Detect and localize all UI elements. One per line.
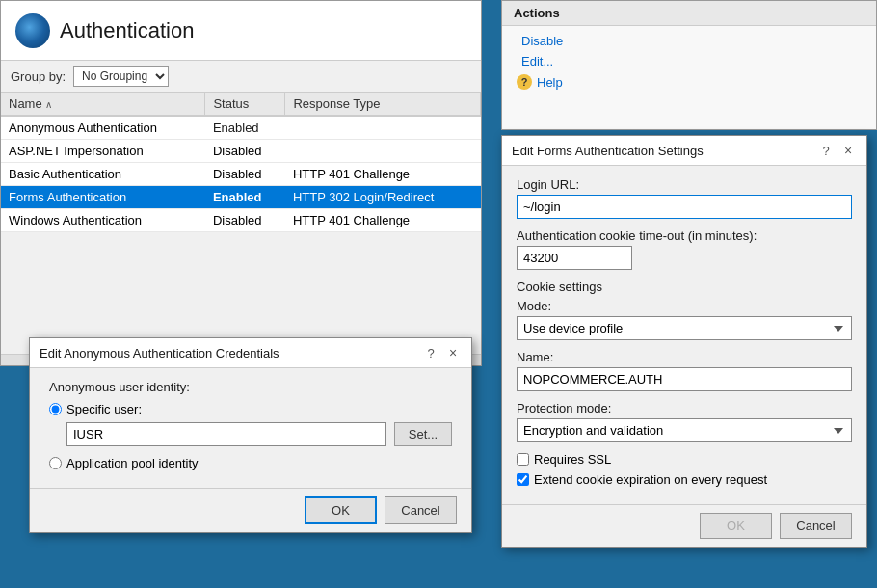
specific-user-radio[interactable] bbox=[49, 403, 62, 415]
row-name: Windows Authentication bbox=[1, 209, 205, 232]
user-input[interactable] bbox=[66, 422, 386, 446]
row-name: ASP.NET Impersonation bbox=[1, 140, 205, 163]
anon-dialog-footer: OK Cancel bbox=[30, 488, 471, 532]
row-name: Forms Authentication bbox=[1, 186, 205, 209]
edit-forms-ok-button[interactable]: OK bbox=[700, 513, 772, 539]
row-status: Enabled bbox=[205, 116, 285, 140]
edit-forms-cancel-button[interactable]: Cancel bbox=[780, 513, 852, 539]
table-row[interactable]: Basic AuthenticationDisabledHTTP 401 Cha… bbox=[1, 163, 481, 186]
anon-dialog-close-button[interactable]: × bbox=[444, 344, 462, 361]
app-pool-radio[interactable] bbox=[49, 457, 62, 469]
mode-label: Mode: bbox=[517, 299, 852, 313]
anon-identity-label: Anonymous user identity: bbox=[49, 380, 452, 394]
table-row[interactable]: Forms AuthenticationEnabledHTTP 302 Logi… bbox=[1, 186, 481, 209]
extend-cookie-checkbox[interactable] bbox=[517, 473, 529, 486]
cookie-timeout-group: Authentication cookie time-out (in minut… bbox=[517, 228, 852, 270]
group-by-label: Group by: bbox=[11, 69, 66, 84]
app-pool-label: Application pool identity bbox=[66, 456, 199, 470]
table-row[interactable]: ASP.NET ImpersonationDisabled bbox=[1, 140, 481, 163]
login-url-label: Login URL: bbox=[517, 177, 852, 192]
set-button[interactable]: Set... bbox=[394, 422, 452, 446]
auth-header: Authentication bbox=[1, 1, 481, 61]
auth-title: Authentication bbox=[60, 18, 194, 43]
anon-dialog-body: Anonymous user identity: Specific user: … bbox=[30, 368, 471, 488]
requires-ssl-checkbox[interactable] bbox=[517, 453, 529, 466]
edit-forms-body: Login URL: Authentication cookie time-ou… bbox=[502, 166, 866, 504]
cookie-settings-group: Cookie settings Mode: Use device profile… bbox=[517, 280, 852, 442]
specific-user-label: Specific user: bbox=[66, 402, 142, 416]
extend-cookie-group: Extend cookie expiration on every reques… bbox=[517, 472, 852, 487]
requires-ssl-label: Requires SSL bbox=[534, 452, 611, 467]
cookie-timeout-label: Authentication cookie time-out (in minut… bbox=[517, 228, 852, 243]
requires-ssl-group: Requires SSL bbox=[517, 452, 852, 467]
row-name: Anonymous Authentication bbox=[1, 116, 205, 140]
actions-panel: Actions Disable Edit... ? Help bbox=[501, 0, 877, 130]
action-help[interactable]: ? Help bbox=[502, 71, 876, 93]
row-response-type bbox=[285, 116, 481, 140]
anon-dialog-titlebar: Edit Anonymous Authentication Credential… bbox=[30, 338, 471, 368]
action-edit[interactable]: Edit... bbox=[502, 51, 876, 71]
action-disable[interactable]: Disable bbox=[502, 31, 876, 51]
edit-forms-title: Edit Forms Authentication Settings bbox=[512, 144, 704, 158]
dialog-close-button[interactable]: × bbox=[839, 142, 857, 159]
dialog-question-button[interactable]: ? bbox=[817, 142, 835, 159]
col-name: Name ∧ bbox=[1, 93, 205, 116]
edit-forms-footer: OK Cancel bbox=[502, 504, 866, 547]
mode-select[interactable]: Use device profileUseDeviceProfileUseCoo… bbox=[517, 316, 852, 340]
protection-mode-label: Protection mode: bbox=[517, 401, 852, 415]
login-url-input[interactable] bbox=[517, 195, 852, 219]
login-url-group: Login URL: bbox=[517, 177, 852, 219]
edit-forms-dialog: Edit Forms Authentication Settings ? × L… bbox=[501, 135, 867, 548]
anon-dialog-title: Edit Anonymous Authentication Credential… bbox=[40, 346, 279, 361]
user-input-row: Set... bbox=[66, 422, 452, 446]
edit-forms-titlebar: Edit Forms Authentication Settings ? × bbox=[502, 136, 866, 166]
row-status: Enabled bbox=[205, 186, 285, 209]
row-status: Disabled bbox=[205, 209, 285, 232]
name-label: Name: bbox=[517, 350, 852, 364]
cookie-settings-label: Cookie settings bbox=[517, 280, 852, 294]
extend-cookie-label: Extend cookie expiration on every reques… bbox=[534, 472, 767, 487]
name-input[interactable] bbox=[517, 367, 852, 391]
anon-dialog: Edit Anonymous Authentication Credential… bbox=[29, 337, 472, 533]
group-by-select[interactable]: No Grouping bbox=[73, 66, 169, 87]
table-header-row: Name ∧ Status Response Type bbox=[1, 93, 481, 116]
mode-group: Mode: Use device profileUseDeviceProfile… bbox=[517, 299, 852, 340]
protection-mode-select[interactable]: Encryption and validationAllEncryptionNo… bbox=[517, 418, 852, 442]
globe-icon bbox=[15, 13, 50, 48]
actions-header: Actions bbox=[502, 1, 876, 26]
actions-list: Disable Edit... ? Help bbox=[502, 26, 876, 97]
row-status: Disabled bbox=[205, 140, 285, 163]
table-row[interactable]: Windows AuthenticationDisabledHTTP 401 C… bbox=[1, 209, 481, 232]
col-response: Response Type bbox=[285, 93, 481, 116]
row-response-type: HTTP 401 Challenge bbox=[285, 209, 481, 232]
protection-mode-group: Protection mode: Encryption and validati… bbox=[517, 401, 852, 442]
auth-panel: Authentication Group by: No Grouping Nam… bbox=[0, 0, 482, 366]
anon-cancel-button[interactable]: Cancel bbox=[385, 496, 457, 524]
row-name: Basic Authentication bbox=[1, 163, 205, 186]
col-status: Status bbox=[205, 93, 285, 116]
auth-table: Name ∧ Status Response Type Anonymous Au… bbox=[1, 93, 481, 232]
cookie-timeout-input[interactable] bbox=[517, 246, 632, 270]
anon-dialog-controls: ? × bbox=[422, 344, 462, 361]
dialog-controls: ? × bbox=[817, 142, 857, 159]
auth-toolbar: Group by: No Grouping bbox=[1, 61, 481, 93]
row-response-type: HTTP 302 Login/Redirect bbox=[285, 186, 481, 209]
specific-user-radio-group: Specific user: bbox=[49, 402, 452, 416]
row-response-type: HTTP 401 Challenge bbox=[285, 163, 481, 186]
table-row[interactable]: Anonymous AuthenticationEnabled bbox=[1, 116, 481, 140]
row-status: Disabled bbox=[205, 163, 285, 186]
anon-ok-button[interactable]: OK bbox=[305, 496, 377, 524]
name-group: Name: bbox=[517, 350, 852, 391]
app-pool-radio-group: Application pool identity bbox=[49, 456, 452, 470]
anon-dialog-question-button[interactable]: ? bbox=[422, 344, 439, 361]
row-response-type bbox=[285, 140, 481, 163]
help-icon: ? bbox=[517, 74, 532, 90]
